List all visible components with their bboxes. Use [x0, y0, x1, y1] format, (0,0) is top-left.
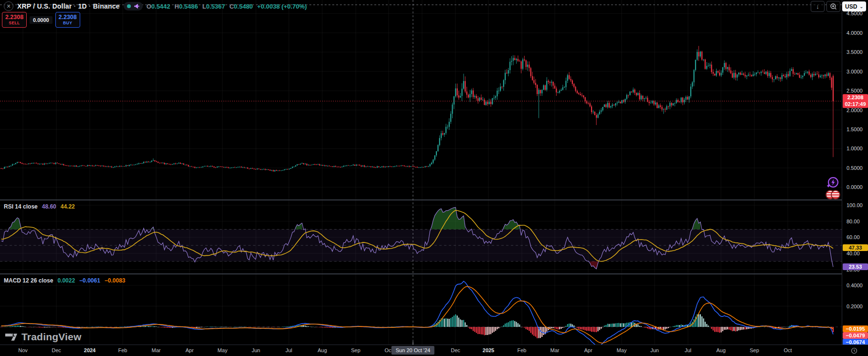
month-label: Nov	[18, 347, 28, 353]
candlestick-series	[0, 46, 834, 172]
macd-tick: 0.2000	[847, 304, 863, 309]
spread-value: 0.0000	[30, 16, 53, 24]
month-label: May	[218, 347, 228, 353]
price-tick: 1.5000	[847, 126, 863, 132]
price-tick: 2.5000	[847, 88, 863, 94]
tradingview-logo-icon	[5, 331, 18, 343]
change-value: +0.0038 (+0.70%)	[257, 3, 307, 10]
month-label: Mar	[550, 347, 560, 353]
rsi-ma-value: 44.22	[61, 203, 75, 210]
rsi-value-badge: 23.53	[843, 263, 868, 270]
month-label: Feb	[118, 347, 127, 353]
zoom-in-button[interactable]	[826, 1, 840, 12]
chart-plot-area[interactable]	[0, 0, 868, 356]
tradingview-watermark[interactable]: TradingView	[5, 331, 82, 343]
crosshair-date-tooltip: Sun 20 Oct '24	[392, 346, 434, 355]
time-axis[interactable]: NovDec2024FebMarAprMayJunJulAugSepOctNov…	[0, 345, 868, 356]
quick-trade-icons	[826, 177, 840, 199]
macd-signal-value: −0.0083	[105, 277, 126, 284]
macd-legend[interactable]: MACD 12 26 close 0.0022 −0.0061 −0.0083	[4, 277, 126, 284]
price-tick: 1.0000	[847, 146, 863, 151]
rsi-tick: 100.00	[847, 202, 863, 208]
price-tick: 3.0000	[847, 69, 863, 74]
status-dot-icon	[127, 4, 131, 8]
month-label: Sep	[351, 347, 360, 353]
month-label: Aug	[716, 347, 726, 353]
chart-legend: ✕ XRP / U.S. Dollar · 1D · Binance O0.54…	[4, 1, 307, 11]
arrow-down-icon: ↓	[816, 3, 819, 10]
year-label: 2025	[483, 347, 494, 353]
month-label: Mar	[152, 347, 161, 353]
macd-value-badge: −0.0479	[843, 332, 868, 339]
rsi-tick: 80.00	[847, 219, 860, 224]
last-price-badge: 2.230802:17:49	[843, 94, 868, 108]
scroll-to-recent-button[interactable]: ↓	[811, 1, 825, 12]
price-tick: 4.0000	[847, 30, 863, 36]
month-label: Jul	[286, 347, 292, 353]
rsi-tick: 40.00	[847, 251, 860, 256]
rsi-value-badge: 47.33	[843, 244, 868, 251]
currency-dropdown[interactable]: USD⌄	[842, 1, 866, 11]
month-label: Sep	[750, 347, 759, 353]
megaphone-icon	[134, 3, 139, 9]
coin-pair-icon[interactable]	[826, 190, 840, 199]
month-label: Dec	[451, 347, 460, 353]
symbol-title[interactable]: XRP / U.S. Dollar · 1D · Binance	[17, 2, 120, 10]
buy-button[interactable]: 2.2308BUY	[55, 12, 80, 28]
price-axis[interactable]: 4.50004.00003.50003.00002.50002.00001.50…	[842, 0, 868, 356]
tradingview-chart-window: { "header": { "symbol": "XRP / U.S. Doll…	[0, 0, 868, 356]
macd-hist-value: 0.0022	[57, 277, 75, 284]
month-label: Jul	[685, 347, 691, 353]
month-label: Oct	[783, 347, 792, 353]
indicator-pill[interactable]	[124, 2, 143, 10]
month-label: May	[617, 347, 627, 353]
month-label: Jun	[650, 347, 659, 353]
month-label: Aug	[318, 347, 327, 353]
rsi-value: 48.60	[42, 203, 56, 210]
chevron-down-icon: ⌄	[859, 4, 863, 9]
scale-controls: ↓ USD⌄	[811, 1, 866, 12]
price-tick: 3.5000	[847, 49, 863, 55]
grid-lines	[0, 0, 842, 345]
month-label: Dec	[52, 347, 61, 353]
month-label: Apr	[584, 347, 592, 353]
macd-line-value: −0.0061	[79, 277, 100, 284]
price-tick: 0.5000	[847, 165, 863, 171]
trade-panel: 2.2308SELL 0.0000 2.2308BUY	[2, 12, 80, 28]
rsi-tick: 60.00	[847, 234, 860, 240]
macd-series	[1, 281, 834, 346]
macd-value-badge: −0.0195	[843, 325, 868, 332]
magnifier-plus-icon	[830, 3, 837, 10]
close-icon[interactable]: ✕	[4, 1, 13, 11]
macd-tick: 0.4000	[847, 283, 863, 288]
lightning-icon[interactable]	[826, 177, 839, 189]
month-label: Jun	[252, 347, 260, 353]
month-label: Apr	[185, 347, 193, 353]
exchange-label: Binance	[93, 2, 120, 10]
rsi-legend[interactable]: RSI 14 close 48.60 44.22	[4, 203, 75, 210]
ohlc-values: O0.5442 H0.5486 L0.5367 C0.5480 +0.0038 …	[147, 3, 307, 10]
sell-button[interactable]: 2.2308SELL	[2, 12, 27, 28]
price-tick: 0.0000	[847, 184, 863, 190]
year-label: 2024	[84, 347, 95, 353]
month-label: Feb	[518, 347, 527, 353]
timezone-clock-button[interactable]	[851, 347, 857, 356]
clock-icon	[851, 347, 857, 354]
interval-label: 1D	[78, 2, 86, 10]
